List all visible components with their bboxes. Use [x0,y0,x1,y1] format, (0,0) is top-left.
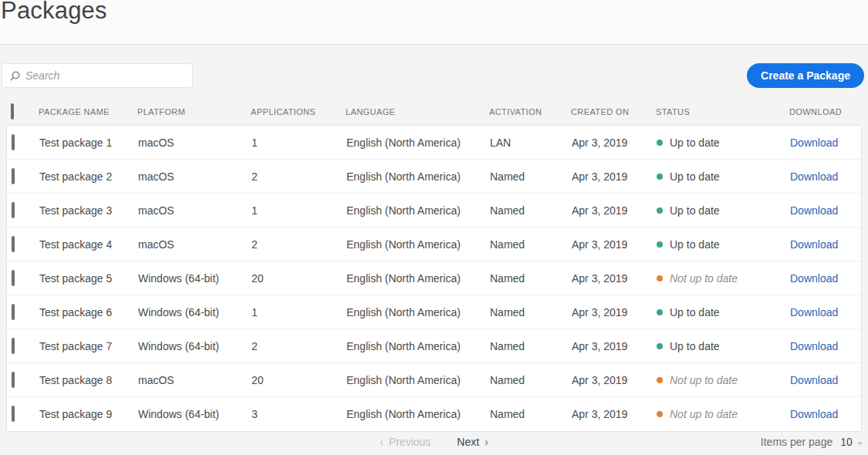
table-row[interactable]: Test package 9 Windows (64-bit) 3 Englis… [7,397,861,431]
status-text: Up to date [670,136,720,149]
download-cell: Download [790,136,861,149]
applications-cell: 3 [252,408,346,420]
table-row[interactable]: Test package 4 macOS 2 English (North Am… [7,228,861,261]
column-header-applications: APPLICATIONS [251,107,346,116]
search-input[interactable] [25,69,184,82]
pagination: ‹ Previous Next › [0,434,868,450]
download-link[interactable]: Download [790,306,838,318]
download-link[interactable]: Download [790,408,838,420]
activation-cell: Named [490,204,572,217]
row-checkbox-cell [7,339,39,353]
created-on-cell: Apr 3, 2019 [572,374,657,386]
status-cell: Not up to date [657,272,790,285]
platform-cell: Windows (64-bit) [138,408,252,420]
status-text: Up to date [670,204,720,217]
next-page-button[interactable]: Next › [457,436,488,448]
previous-label: Previous [389,436,431,448]
chevron-right-icon: › [485,436,488,448]
language-cell: English (North America) [346,374,490,386]
search-box [2,63,193,88]
platform-cell: macOS [138,170,252,183]
created-on-cell: Apr 3, 2019 [572,170,657,183]
download-link[interactable]: Download [790,204,838,217]
status-text: Up to date [670,238,720,251]
select-all-checkbox[interactable] [11,103,14,120]
language-cell: English (North America) [346,340,490,352]
row-checkbox-cell [7,136,39,150]
row-checkbox[interactable] [12,406,15,422]
status-dot-icon [657,377,663,383]
activation-cell: Named [490,340,572,352]
download-link[interactable]: Download [790,340,838,352]
table-row[interactable]: Test package 8 macOS 20 English (North A… [7,363,861,397]
download-link[interactable]: Download [790,374,838,386]
download-cell: Download [790,374,861,386]
package-name-cell: Test package 6 [39,306,138,318]
status-dot-icon [657,174,663,180]
items-per-page-label: Items per page [761,436,833,448]
platform-cell: Windows (64-bit) [138,306,252,318]
status-dot-icon [657,241,663,248]
activation-cell: Named [490,272,572,285]
chevron-left-icon: ‹ [380,436,383,448]
applications-cell: 20 [252,272,346,285]
status-dot-icon [657,275,663,281]
activation-cell: Named [490,170,572,183]
column-header-language: LANGUAGE [346,107,489,116]
platform-cell: Windows (64-bit) [138,340,252,352]
status-cell: Up to date [657,238,790,251]
language-cell: English (North America) [346,170,490,183]
status-dot-icon [657,411,663,417]
create-package-button[interactable]: Create a Package [747,63,864,88]
download-cell: Download [790,238,861,251]
language-cell: English (North America) [346,408,490,420]
table-row[interactable]: Test package 6 Windows (64-bit) 1 Englis… [7,295,861,329]
items-per-page-select[interactable]: 10 ⌄ [840,436,863,448]
platform-cell: macOS [138,374,252,386]
status-cell: Not up to date [657,408,790,420]
row-checkbox[interactable] [12,202,15,218]
row-checkbox[interactable] [12,236,15,252]
column-header-platform: PLATFORM [137,107,251,116]
row-checkbox[interactable] [12,338,15,354]
table-row[interactable]: Test package 5 Windows (64-bit) 20 Engli… [7,261,861,295]
download-link[interactable]: Download [790,170,838,183]
platform-cell: macOS [138,204,252,217]
activation-cell: LAN [490,136,572,149]
download-link[interactable]: Download [790,238,838,251]
row-checkbox[interactable] [12,134,15,150]
row-checkbox[interactable] [12,168,15,184]
previous-page-button[interactable]: ‹ Previous [380,436,431,448]
platform-cell: Windows (64-bit) [138,272,252,285]
download-cell: Download [790,306,861,318]
row-checkbox-cell [7,407,39,421]
download-cell: Download [790,170,861,183]
activation-cell: Named [490,408,572,420]
table-body: Test package 1 macOS 1 English (North Am… [6,125,862,432]
table-row[interactable]: Test package 1 macOS 1 English (North Am… [7,126,861,160]
language-cell: English (North America) [346,272,490,285]
applications-cell: 1 [252,306,346,318]
download-cell: Download [790,340,861,352]
table-row[interactable]: Test package 2 macOS 2 English (North Am… [7,160,861,194]
row-checkbox-cell [7,305,39,319]
status-text: Up to date [670,306,720,318]
status-cell: Not up to date [657,374,790,386]
platform-cell: macOS [138,136,252,149]
created-on-cell: Apr 3, 2019 [572,408,657,420]
package-name-cell: Test package 5 [39,272,138,285]
applications-cell: 2 [252,340,346,352]
download-link[interactable]: Download [790,136,838,149]
status-dot-icon [657,343,663,349]
table-row[interactable]: Test package 3 macOS 1 English (North Am… [7,194,861,228]
status-cell: Up to date [657,306,790,318]
applications-cell: 1 [252,136,346,149]
table-row[interactable]: Test package 7 Windows (64-bit) 2 Englis… [7,329,861,363]
download-link[interactable]: Download [790,272,838,285]
activation-cell: Named [490,238,572,251]
package-name-cell: Test package 4 [39,238,138,251]
created-on-cell: Apr 3, 2019 [572,238,657,251]
row-checkbox[interactable] [12,304,15,320]
row-checkbox[interactable] [12,372,15,388]
row-checkbox[interactable] [12,270,15,286]
